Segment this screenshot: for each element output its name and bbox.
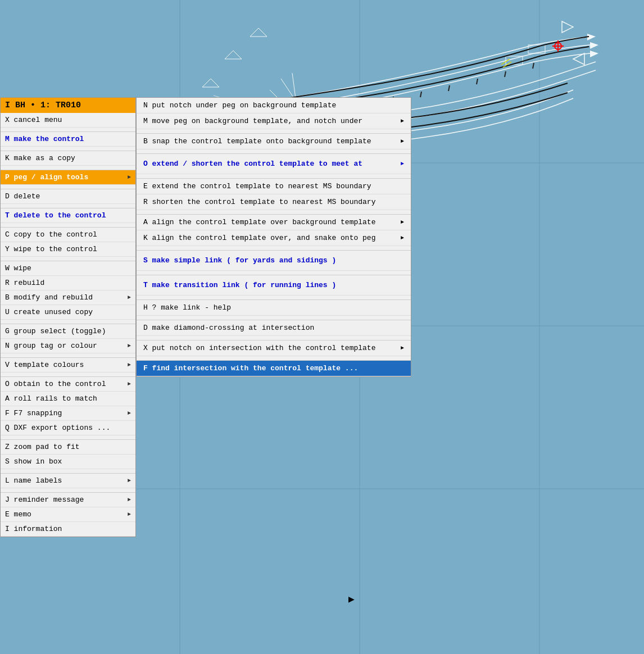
- menu-item-obtain[interactable]: O obtain to the control ►: [1, 377, 135, 392]
- sub-item-transition-link[interactable]: T make transition link ( for running lin…: [137, 275, 411, 296]
- menu-item-show-box[interactable]: S show in box: [1, 455, 135, 469]
- sub-item-simple-link[interactable]: S make simple link ( for yards and sidin…: [137, 251, 411, 271]
- sub-divider-2: [137, 149, 411, 154]
- menu-item-copy-control[interactable]: C copy to the control: [1, 228, 135, 242]
- menu-item-make-control[interactable]: M make the control: [1, 132, 135, 147]
- svg-rect-17: [528, 45, 545, 53]
- svg-marker-15: [573, 53, 584, 65]
- group-tag-arrow: ►: [128, 343, 131, 349]
- menu-item-group-select[interactable]: G group select (toggle): [1, 324, 135, 339]
- menu-item-create-unused[interactable]: U create unused copy: [1, 305, 135, 320]
- divider-4: [1, 185, 135, 189]
- svg-line-26: [420, 92, 421, 97]
- sub-item-move-peg[interactable]: M move peg on background template, and n…: [137, 113, 411, 129]
- snap-arrow: ►: [401, 138, 404, 144]
- divider-12: [1, 469, 135, 474]
- menu-item-dxf[interactable]: Q DXF export options ...: [1, 421, 135, 435]
- sub-divider-3: [137, 174, 411, 179]
- group-tag-label: N group tag or colour: [5, 342, 97, 350]
- sub-divider-7: [137, 296, 411, 300]
- menu-item-wipe[interactable]: W wipe: [1, 261, 135, 276]
- menu-item-f7-snapping[interactable]: F F7 snapping ►: [1, 406, 135, 421]
- move-peg-label: M move peg on background template, and n…: [143, 117, 362, 125]
- extend-shorten-label: O extend / shorten the control template …: [143, 160, 362, 168]
- menu-item-modify-rebuild[interactable]: B modify and rebuild ►: [1, 290, 135, 305]
- menu-item-name-labels[interactable]: L name labels ►: [1, 474, 135, 488]
- memo-arrow: ►: [128, 511, 131, 517]
- svg-line-27: [448, 85, 450, 91]
- sub-item-extend-shorten[interactable]: O extend / shorten the control template …: [137, 154, 411, 174]
- sub-divider-9: [137, 336, 411, 340]
- template-colours-label: V template colours: [5, 361, 84, 369]
- divider-8: [1, 320, 135, 324]
- divider-10: [1, 373, 135, 377]
- extend-shorten-arrow: ►: [401, 161, 404, 167]
- sub-item-find-intersection[interactable]: F find intersection with the control tem…: [137, 361, 411, 376]
- put-notch-intersection-label: X put notch on intersection with the con…: [143, 344, 375, 352]
- move-peg-arrow: ►: [401, 118, 404, 124]
- divider-6: [1, 223, 135, 228]
- sub-divider-5: [137, 246, 411, 251]
- menu-item-wipe-control[interactable]: Y wipe to the control: [1, 242, 135, 257]
- menu-item-make-copy[interactable]: K make as a copy: [1, 151, 135, 166]
- svg-marker-11: [202, 79, 219, 87]
- menu-item-memo[interactable]: E memo ►: [1, 507, 135, 522]
- align-label: A align the control template over backgr…: [143, 218, 375, 226]
- sub-item-help[interactable]: H ? make link - help: [137, 300, 411, 316]
- sub-item-put-notch-intersection[interactable]: X put notch on intersection with the con…: [137, 340, 411, 356]
- menu-item-information[interactable]: I information: [1, 522, 135, 537]
- sub-item-put-notch[interactable]: N put notch under peg on background temp…: [137, 98, 411, 113]
- svg-line-37: [503, 62, 511, 67]
- reminder-arrow: ►: [128, 497, 131, 503]
- menu-item-roll-rails[interactable]: A roll rails to match: [1, 392, 135, 406]
- modify-rebuild-label: B modify and rebuild: [5, 293, 93, 302]
- align-arrow: ►: [401, 219, 404, 225]
- svg-marker-9: [590, 42, 598, 49]
- sub-divider-10: [137, 356, 411, 361]
- context-menu-main: I BH • 1: TR010 X cancel menu M make the…: [0, 97, 136, 537]
- snap-label: B snap the control template onto backgro…: [143, 137, 371, 146]
- menu-item-template-colours[interactable]: V template colours ►: [1, 358, 135, 373]
- menu-item-delete[interactable]: D delete: [1, 189, 135, 204]
- menu-header: I BH • 1: TR010: [1, 98, 135, 113]
- divider-2: [1, 147, 135, 151]
- menu-item-reminder[interactable]: J reminder message ►: [1, 493, 135, 507]
- menu-item-cancel[interactable]: X cancel menu: [1, 113, 135, 128]
- svg-rect-16: [506, 56, 523, 65]
- sub-item-diamond[interactable]: D make diamond-crossing at intersection: [137, 320, 411, 336]
- svg-line-28: [477, 79, 478, 84]
- divider-5: [1, 204, 135, 208]
- svg-marker-13: [250, 28, 267, 37]
- align-snake-label: K align the control template over, and s…: [143, 234, 375, 242]
- sub-divider-1: [137, 129, 411, 134]
- menu-item-zoom[interactable]: Z zoom pad to fit: [1, 440, 135, 455]
- menu-item-group-tag[interactable]: N group tag or colour ►: [1, 339, 135, 353]
- svg-marker-12: [225, 51, 242, 59]
- divider-3: [1, 166, 135, 170]
- obtain-label: O obtain to the control: [5, 380, 106, 388]
- svg-point-31: [555, 43, 561, 49]
- divider-11: [1, 435, 135, 440]
- sub-item-snap[interactable]: B snap the control template onto backgro…: [137, 134, 411, 149]
- reminder-label: J reminder message: [5, 496, 84, 504]
- menu-item-peg-tools[interactable]: P peg / align tools ►: [1, 170, 135, 185]
- sub-item-align-snake[interactable]: K align the control template over, and s…: [137, 230, 411, 246]
- mouse-cursor: ▶: [348, 593, 355, 605]
- sub-divider-4: [137, 210, 411, 215]
- name-labels-arrow: ►: [128, 478, 131, 484]
- sub-divider-6: [137, 271, 411, 275]
- sub-item-shorten-ms[interactable]: R shorten the control template to neares…: [137, 194, 411, 210]
- menu-item-delete-control[interactable]: T delete to the control: [1, 208, 135, 223]
- modify-rebuild-arrow: ►: [128, 294, 131, 301]
- svg-marker-10: [590, 51, 598, 57]
- menu-item-rebuild[interactable]: R rebuild: [1, 276, 135, 290]
- f7-snapping-label: F F7 snapping: [5, 409, 62, 417]
- svg-line-29: [505, 71, 506, 77]
- sub-item-align[interactable]: A align the control template over backgr…: [137, 215, 411, 230]
- divider-13: [1, 488, 135, 493]
- put-notch-intersection-arrow: ►: [401, 345, 404, 351]
- sub-item-extend-ms[interactable]: E extend the control template to nearest…: [137, 179, 411, 194]
- peg-tools-arrow: ►: [128, 174, 131, 180]
- divider-1: [1, 128, 135, 132]
- svg-line-36: [501, 59, 510, 65]
